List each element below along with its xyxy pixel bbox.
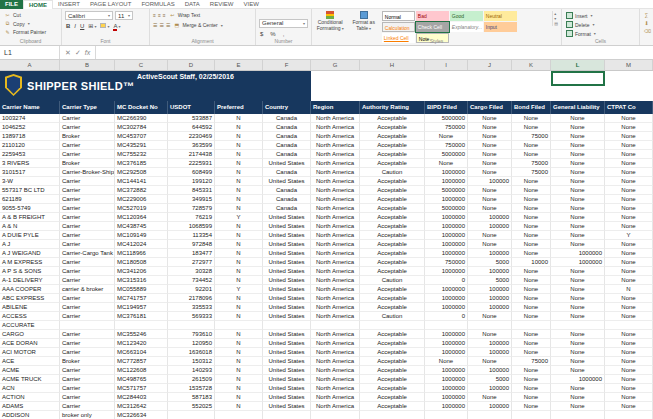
cell[interactable]: None [605,159,653,168]
cell[interactable]: None [468,132,512,141]
cell[interactable] [468,321,512,330]
fx-icon[interactable]: fx [85,49,90,56]
cell[interactable]: None [425,132,468,141]
cell[interactable]: A P S & SONS [0,267,60,276]
format-cells-button[interactable]: Format▾ [565,29,636,38]
cell[interactable]: 1000000 [425,402,468,411]
cell[interactable]: 1000000 [425,348,468,357]
cell[interactable]: None [551,213,605,222]
cell[interactable]: None [551,204,605,213]
cell[interactable]: None [512,150,551,159]
cell[interactable]: MC312642 [115,402,168,411]
cell[interactable]: A J WEIGAND [0,249,60,258]
cell[interactable]: United States [263,267,311,276]
cell[interactable]: Carrier [60,177,115,186]
cell[interactable]: United States [263,303,311,312]
cell-style-normal[interactable]: Normal [382,11,415,21]
column-header-m[interactable]: M [605,60,653,70]
font-name-select[interactable]: Calibri▾ [65,11,113,20]
merge-center-button[interactable]: ⬒Merge & Center▾ [172,21,223,29]
cell[interactable]: MC302784 [115,123,168,132]
cell[interactable]: 750000 [425,123,468,132]
cell[interactable]: 1003274 [0,114,60,123]
cell[interactable]: 1046252 [0,123,60,132]
cell[interactable]: Canada [263,123,311,132]
cell[interactable]: N [215,366,263,375]
cell[interactable]: United States [263,213,311,222]
cell[interactable]: None [551,141,605,150]
cell[interactable]: N [215,240,263,249]
cell[interactable]: None [512,384,551,393]
cell[interactable]: None [605,150,653,159]
cell[interactable]: Acceptable [360,366,425,375]
cell[interactable]: None [512,240,551,249]
enter-icon[interactable]: ✓ [75,49,81,57]
cell[interactable]: carrier & broker [60,285,115,294]
cell[interactable]: None [551,186,605,195]
cell[interactable]: 1000000 [425,222,468,231]
cell[interactable]: N [215,168,263,177]
cell[interactable]: N [215,123,263,132]
cell[interactable]: 363599 [168,141,215,150]
cell-style-explanatory[interactable]: Explanatory... [450,22,483,32]
cell[interactable]: None [512,348,551,357]
cell[interactable]: United States [263,222,311,231]
cell[interactable]: None [551,195,605,204]
cell[interactable]: Carrier [60,375,115,384]
cell[interactable]: N [215,141,263,150]
cell[interactable]: ACN [0,384,60,393]
format-as-table-button[interactable]: Format as Table▾ [348,11,378,32]
cell[interactable]: Acceptable [360,213,425,222]
cell[interactable]: None [468,114,512,123]
cell[interactable]: United States [263,240,311,249]
cell[interactable]: 972848 [168,240,215,249]
cell[interactable]: United States [263,312,311,321]
wrap-text-button[interactable]: ↩Wrap Text [168,11,201,19]
cell[interactable]: MC120364 [115,213,168,222]
cell[interactable]: North America [311,366,360,375]
cell[interactable]: United States [263,249,311,258]
cell[interactable]: 76219 [168,213,215,222]
cell[interactable]: None [551,303,605,312]
cell[interactable]: None [551,240,605,249]
cell[interactable]: None [605,303,653,312]
align-middle-icon[interactable]: ≡ [158,12,161,18]
cell[interactable] [551,321,605,330]
cell[interactable]: 100000 [468,294,512,303]
cell[interactable]: 1000000 [425,330,468,339]
cell[interactable]: Broker [60,357,115,366]
cell-style-input[interactable]: Input [484,22,517,32]
cell[interactable]: 3 RIVERS [0,159,60,168]
cell[interactable]: N [215,402,263,411]
cell[interactable]: Carrier-Broker-Shipper [60,168,115,177]
cell[interactable]: 750000 [425,141,468,150]
table-column-header-usdot[interactable]: USDOT [168,101,215,114]
table-column-header-cargo-filed[interactable]: Cargo Filed [468,101,512,114]
cell[interactable]: Y [215,213,263,222]
cell[interactable]: 750000 [425,258,468,267]
comma-format-button[interactable]: , [282,31,286,37]
cell[interactable] [512,411,551,419]
cell[interactable] [512,321,551,330]
borders-button[interactable]: ⊞▾ [87,22,97,29]
cell[interactable]: None [468,204,512,213]
cell[interactable]: Acceptable [360,384,425,393]
cell[interactable]: 2225931 [168,159,215,168]
ribbon-tab-home[interactable]: HOME [23,0,53,9]
cell[interactable]: None [605,339,653,348]
font-color-button[interactable]: A▾ [112,23,121,29]
cell[interactable]: 100000 [468,366,512,375]
cell[interactable]: 1000000 [551,258,605,267]
cell[interactable]: Acceptable [360,402,425,411]
ribbon-tab-review[interactable]: REVIEW [205,0,239,9]
cell[interactable]: 1000000 [425,267,468,276]
cell[interactable]: None [551,150,605,159]
cell[interactable]: None [551,132,605,141]
cell[interactable]: 5000 [468,258,512,267]
cell[interactable]: Acceptable [360,186,425,195]
cell[interactable]: Carrier [60,123,115,132]
cell[interactable]: None [512,303,551,312]
cell[interactable]: None [605,240,653,249]
cell[interactable] [215,411,263,419]
cell[interactable]: Carrier [60,402,115,411]
